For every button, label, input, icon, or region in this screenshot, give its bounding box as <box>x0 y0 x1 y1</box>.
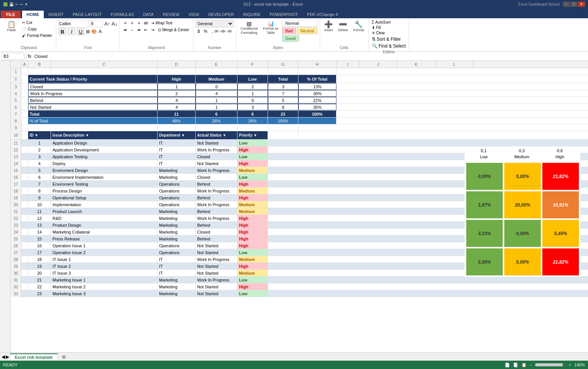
rownum-18[interactable]: 18 <box>11 188 21 194</box>
cell-priority-14[interactable]: High <box>237 160 268 167</box>
cell-h3[interactable]: 13% <box>298 83 336 90</box>
cell-id-30[interactable]: 20 <box>28 270 51 276</box>
increase-decimal-button[interactable]: .0→.00 <box>223 28 229 34</box>
cell-a19[interactable] <box>21 194 28 201</box>
cell-a14[interactable] <box>21 160 28 167</box>
cell-desc-24[interactable]: Marketing Collateral <box>51 229 158 235</box>
cell-status-22[interactable]: Work In Progress <box>196 215 237 221</box>
cell-d4[interactable]: 2 <box>158 90 196 97</box>
cell-a24[interactable] <box>21 229 28 235</box>
rownum-32[interactable]: 32 <box>11 283 21 290</box>
cell-dept-30[interactable]: IT <box>158 270 196 276</box>
cell-e10-status[interactable]: Actual Status ▼ <box>196 131 237 139</box>
cell-a22[interactable] <box>21 215 28 221</box>
cell-dept-16[interactable]: Marketing <box>158 174 196 180</box>
normal-view-icon[interactable]: 📄 <box>505 363 510 367</box>
cell-desc-21[interactable]: Product Launch <box>51 208 158 215</box>
cell-dept-26[interactable]: Operations <box>158 242 196 249</box>
cell-status-23[interactable]: Behind <box>196 222 237 228</box>
format-table-button[interactable]: 📊 Format as Table <box>261 20 280 36</box>
cell-a1[interactable] <box>21 68 28 75</box>
cell-desc-28[interactable]: IT Issue 1 <box>51 256 158 262</box>
format-painter-button[interactable]: 🖌 Format Painter <box>21 33 54 38</box>
rownum-12[interactable]: 12 <box>11 146 21 153</box>
cell-g3[interactable]: 3 <box>268 83 298 90</box>
cell-priority-33[interactable]: Low <box>237 290 268 297</box>
cell-g9[interactable] <box>268 124 298 131</box>
orientation-button[interactable]: ab <box>143 20 149 26</box>
cell-desc-31[interactable]: Marketing Issue 1 <box>51 277 158 283</box>
rownum-22[interactable]: 22 <box>11 215 21 222</box>
cell-b3-closed[interactable]: Closed <box>28 83 158 90</box>
cell-id-19[interactable]: 9 <box>28 194 51 201</box>
cell-e5[interactable]: 1 <box>196 97 237 103</box>
cell-a32[interactable] <box>21 283 28 290</box>
cell-id-21[interactable]: 11 <box>28 208 51 215</box>
rownum-14[interactable]: 14 <box>11 160 21 167</box>
cell-status-27[interactable]: Not Started <box>196 249 237 256</box>
cell-dept-25[interactable]: Marketing <box>158 235 196 242</box>
cell-status-19[interactable]: Behind <box>196 194 237 201</box>
cell-f9[interactable] <box>237 124 268 131</box>
cell-desc-13[interactable]: Application Testing <box>51 153 158 160</box>
cell-id-23[interactable]: 13 <box>28 222 51 228</box>
rownum-20[interactable]: 20 <box>11 201 21 208</box>
cell-g7[interactable]: 23 <box>268 111 298 117</box>
tab-view[interactable]: VIEW <box>184 11 204 18</box>
cell-priority-24[interactable]: High <box>237 229 268 235</box>
align-top-left-button[interactable]: ≡ <box>122 20 128 26</box>
cell-g1[interactable] <box>268 68 298 75</box>
cell-id-12[interactable]: 2 <box>28 146 51 153</box>
bold-button[interactable]: B <box>59 28 66 35</box>
sort-filter-button[interactable]: ⇅ Sort & Filter <box>371 36 402 42</box>
cell-desc-16[interactable]: Enviroment Implementation <box>51 174 158 180</box>
rownum-31[interactable]: 31 <box>11 277 21 283</box>
rownum-23[interactable]: 23 <box>11 222 21 229</box>
cell-desc-27[interactable]: Operation Issue 2 <box>51 249 158 256</box>
cell-priority-19[interactable]: High <box>237 194 268 201</box>
rownum-27[interactable]: 27 <box>11 249 21 256</box>
rownum-26[interactable]: 26 <box>11 242 21 249</box>
rownum-2[interactable]: 2 <box>11 75 21 83</box>
style-normal[interactable]: Normal <box>282 20 317 27</box>
cell-b8-pct[interactable]: % of Total <box>28 118 158 124</box>
cell-status-24[interactable]: Closed <box>196 229 237 235</box>
cell-desc-20[interactable]: Implementation <box>51 201 158 208</box>
rownum-28[interactable]: 28 <box>11 256 21 263</box>
cell-a13[interactable] <box>21 153 28 160</box>
cell-a27[interactable] <box>21 249 28 256</box>
cell-desc-15[interactable]: Enviroment Design <box>51 167 158 173</box>
cell-dept-29[interactable]: IT <box>158 263 196 269</box>
cell-g6[interactable]: 8 <box>268 104 298 110</box>
tab-file[interactable]: FILE <box>1 11 21 18</box>
col-d-header[interactable]: D <box>158 61 196 68</box>
cell-dept-22[interactable]: Marketing <box>158 215 196 221</box>
cell-priority-18[interactable]: Medium <box>237 188 268 194</box>
cell-a18[interactable] <box>21 188 28 194</box>
cell-f3[interactable]: 2 <box>237 83 268 90</box>
cell-desc-26[interactable]: Operation Issue 1 <box>51 242 158 249</box>
rownum-10[interactable]: 10 <box>11 131 21 139</box>
cell-priority-21[interactable]: Medium <box>237 208 268 215</box>
cell-c2-header[interactable]: Current Task Status / Priority <box>28 75 158 83</box>
cell-dept-21[interactable]: Marketing <box>158 208 196 215</box>
col-j-header[interactable]: J <box>359 61 397 68</box>
cell-id-28[interactable]: 18 <box>28 256 51 262</box>
cell-priority-29[interactable]: High <box>237 263 268 269</box>
cell-d6[interactable]: 4 <box>158 104 196 110</box>
cell-dept-15[interactable]: Marketing <box>158 167 196 173</box>
rownum-30[interactable]: 30 <box>11 270 21 277</box>
increase-indent-button[interactable]: ⇥ <box>150 27 156 33</box>
cell-desc-18[interactable]: Process Design <box>51 188 158 194</box>
cell-id-15[interactable]: 5 <box>28 167 51 173</box>
cell-a16[interactable] <box>21 174 28 180</box>
cell-d2-header[interactable]: High <box>158 75 196 83</box>
style-good[interactable]: Good <box>282 35 299 42</box>
cell-priority-11[interactable]: Low <box>237 140 268 146</box>
rownum-19[interactable]: 19 <box>11 194 21 201</box>
cell-desc-33[interactable]: Marketing Issue 3 <box>51 290 158 297</box>
cell-f4[interactable]: 1 <box>237 90 268 97</box>
minimize-button[interactable]: − <box>563 2 570 7</box>
cell-priority-25[interactable]: High <box>237 235 268 242</box>
align-right-button[interactable]: ➡ <box>136 27 142 33</box>
